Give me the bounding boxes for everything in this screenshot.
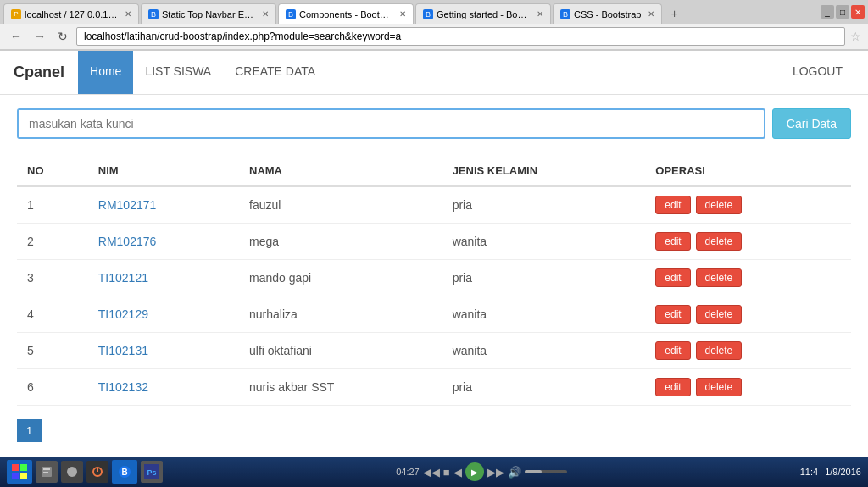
cell-nama: mega: [239, 224, 442, 260]
main-content: Cari Data NO NIM NAMA JENIS KELAMIN OPER…: [0, 95, 868, 456]
browser-bar: ← → ↻ ☆: [0, 24, 868, 50]
delete-button[interactable]: delete: [696, 232, 743, 251]
address-bar[interactable]: [76, 27, 845, 46]
cell-no: 6: [17, 369, 88, 406]
page-item-1[interactable]: 1: [17, 419, 42, 442]
refresh-button[interactable]: ↻: [54, 28, 71, 45]
volume-icon[interactable]: 🔊: [508, 466, 521, 467]
pagination: 1: [17, 419, 851, 442]
navbar: Cpanel Home LIST SISWA CREATE DATA LOGOU…: [0, 51, 868, 95]
logout-button[interactable]: LOGOUT: [781, 51, 854, 94]
close-button[interactable]: ✕: [851, 5, 865, 19]
data-table: NO NIM NAMA JENIS KELAMIN OPERASI 1 RM10…: [17, 156, 851, 406]
ps-taskbar-icon[interactable]: Ps: [141, 461, 163, 466]
navbar-left: Cpanel Home LIST SISWA CREATE DATA: [14, 51, 327, 94]
taskbar-icon-2[interactable]: [61, 461, 83, 466]
delete-button[interactable]: delete: [696, 196, 743, 214]
cell-nim: TI102129: [88, 296, 239, 333]
cell-jenis-kelamin: wanita: [442, 296, 646, 333]
svg-rect-0: [12, 464, 19, 466]
maximize-button[interactable]: □: [836, 5, 849, 19]
forward-button[interactable]: →: [31, 28, 49, 45]
minimize-button[interactable]: _: [821, 5, 834, 19]
delete-button[interactable]: delete: [696, 305, 743, 324]
edit-button[interactable]: edit: [655, 196, 690, 214]
tab-close-5[interactable]: ✕: [648, 9, 654, 19]
back-button[interactable]: ←: [7, 28, 25, 45]
next-icon[interactable]: ▶▶: [487, 466, 504, 467]
browser-tab-5[interactable]: B CSS - Bootstrap ✕: [553, 3, 662, 24]
cell-nama: ulfi oktafiani: [239, 333, 442, 369]
tab-close-1[interactable]: ✕: [125, 9, 131, 19]
cell-jenis-kelamin: wanita: [442, 224, 646, 260]
bookmark-icon[interactable]: ☆: [850, 30, 861, 43]
tab-close-3[interactable]: ✕: [399, 9, 406, 19]
taskbar-left: B Ps: [7, 460, 163, 466]
table-row: 6 TI102132 nuris akbar SST pria edit del…: [17, 369, 851, 406]
prev-icon[interactable]: ◀: [453, 466, 462, 467]
cell-jenis-kelamin: pria: [442, 369, 646, 406]
new-tab-button[interactable]: +: [664, 3, 684, 24]
table-row: 1 RM102171 fauzul pria edit delete: [17, 186, 851, 224]
nav-item-create-data[interactable]: CREATE DATA: [223, 51, 327, 94]
window-controls: _ □ ✕: [817, 3, 868, 24]
search-input[interactable]: [17, 108, 765, 139]
cell-no: 5: [17, 333, 88, 369]
taskbar-icon-3[interactable]: [86, 461, 108, 466]
svg-rect-12: [144, 464, 159, 466]
edit-button[interactable]: edit: [655, 341, 690, 360]
cell-no: 4: [17, 296, 88, 333]
cell-nama: fauzul: [239, 186, 442, 224]
col-header-nama: NAMA: [239, 156, 442, 186]
browser-tab-3[interactable]: B Components - Bootstrap ✕: [278, 3, 414, 24]
cell-nama: mando gapi: [239, 260, 442, 296]
cell-nim: TI102131: [88, 333, 239, 369]
cell-no: 3: [17, 260, 88, 296]
media-controls: 04:27 ◀◀ ■ ◀ ▶ ▶▶ 🔊: [396, 462, 566, 466]
cell-nim: TI102121: [88, 260, 239, 296]
nav-item-list-siswa[interactable]: LIST SISWA: [133, 51, 223, 94]
edit-button[interactable]: edit: [655, 268, 690, 287]
edit-button[interactable]: edit: [655, 232, 690, 251]
tab-label-1: localhost / 127.0.0.1 | php...: [25, 9, 118, 19]
cell-jenis-kelamin: pria: [442, 260, 646, 296]
rewind-icon[interactable]: ◀◀: [423, 466, 440, 467]
browser-chrome: P localhost / 127.0.0.1 | php... ✕ B Sta…: [0, 0, 868, 51]
nav-item-home[interactable]: Home: [78, 51, 133, 94]
edit-button[interactable]: edit: [655, 378, 690, 396]
taskbar: B Ps 04:27 ◀◀ ■ ◀ ▶ ▶▶ 🔊 11:4 1/9/2016: [0, 457, 868, 466]
cell-nim: RM102176: [88, 224, 239, 260]
tab-close-2[interactable]: ✕: [262, 9, 269, 19]
cell-operasi: edit delete: [645, 186, 851, 224]
cell-nim: TI102132: [88, 369, 239, 406]
navbar-brand: Cpanel: [14, 52, 78, 93]
svg-rect-1: [20, 464, 27, 466]
delete-button[interactable]: delete: [696, 341, 743, 360]
col-header-no: NO: [17, 156, 88, 186]
cell-operasi: edit delete: [645, 260, 851, 296]
tab-label-5: CSS - Bootstrap: [574, 9, 641, 19]
delete-button[interactable]: delete: [696, 268, 743, 287]
play-button[interactable]: ▶: [465, 462, 484, 466]
col-header-operasi: OPERASI: [645, 156, 851, 186]
stop-icon[interactable]: ■: [443, 466, 450, 467]
cell-no: 1: [17, 186, 88, 224]
cell-jenis-kelamin: wanita: [442, 333, 646, 369]
search-button[interactable]: Cari Data: [772, 108, 851, 139]
cell-operasi: edit delete: [645, 369, 851, 406]
delete-button[interactable]: delete: [696, 378, 743, 396]
table-row: 5 TI102131 ulfi oktafiani wanita edit de…: [17, 333, 851, 369]
edit-button[interactable]: edit: [655, 305, 690, 324]
cell-jenis-kelamin: pria: [442, 186, 646, 224]
start-button[interactable]: [7, 460, 32, 466]
browser-tab-4[interactable]: B Getting started - Bootstra... ✕: [415, 3, 551, 24]
tab-close-4[interactable]: ✕: [537, 9, 543, 19]
cell-nim: RM102171: [88, 186, 239, 224]
taskbar-icon-1[interactable]: [36, 461, 58, 466]
cell-no: 2: [17, 224, 88, 260]
tab-label-3: Components - Bootstrap: [299, 9, 392, 19]
browser-tab-2[interactable]: B Static Top Navbar Exampl... ✕: [141, 3, 276, 24]
col-header-jenis-kelamin: JENIS KELAMIN: [442, 156, 646, 186]
browser-tab-1[interactable]: P localhost / 127.0.0.1 | php... ✕: [3, 3, 139, 24]
browser-taskbar-icon[interactable]: B: [112, 460, 137, 466]
